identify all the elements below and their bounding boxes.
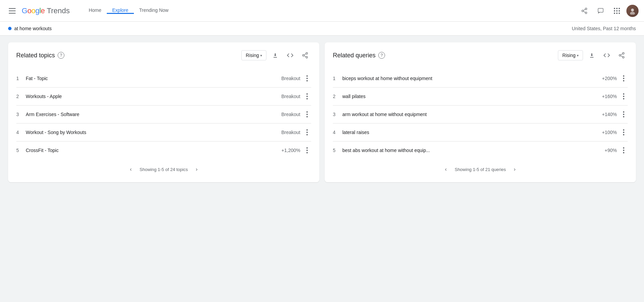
search-term: at home workouts	[14, 26, 52, 31]
header-right	[578, 4, 639, 18]
header: Google Trends Home Explore Trending Now	[0, 0, 644, 22]
avatar-icon	[629, 7, 636, 15]
nav-trending[interactable]: Trending Now	[134, 7, 174, 14]
search-dot	[8, 27, 12, 30]
topics-dropdown-label: Rising	[246, 53, 259, 58]
svg-line-21	[621, 54, 623, 55]
queries-table: 1 biceps workout at home without equipme…	[333, 70, 628, 159]
table-row: 5 CrossFit - Topic +1,200%	[16, 141, 311, 159]
table-row: 1 Fat - Topic Breakout	[16, 70, 311, 88]
table-row: 5 best abs workout at home without equip…	[333, 141, 628, 159]
queries-share-button[interactable]	[616, 49, 628, 61]
main-content: Related topics ? Rising ▾	[0, 36, 644, 189]
queries-next-button[interactable]: ›	[510, 165, 520, 174]
hamburger-icon	[6, 5, 18, 16]
svg-point-8	[631, 8, 634, 12]
topics-title-text: Related topics	[16, 52, 55, 59]
download-icon	[588, 52, 595, 59]
avatar[interactable]	[626, 5, 639, 17]
svg-line-14	[304, 56, 306, 57]
grid-icon	[614, 8, 620, 14]
svg-rect-5	[598, 8, 603, 12]
related-topics-card: Related topics ? Rising ▾	[8, 42, 319, 182]
queries-card-title: Related queries ?	[333, 52, 558, 59]
chevron-down-icon: ▾	[577, 54, 579, 57]
nav-home[interactable]: Home	[83, 7, 107, 14]
topics-dropdown[interactable]: Rising ▾	[241, 50, 266, 60]
table-row: 2 Workouts - Apple Breakout	[16, 88, 311, 106]
queries-title-text: Related queries	[333, 52, 376, 59]
queries-card-header: Related queries ? Rising ▾	[333, 49, 628, 61]
table-row: 2 wall pilates +160%	[333, 88, 628, 106]
more-menu-icon[interactable]	[303, 92, 311, 100]
svg-point-0	[585, 8, 587, 10]
code-icon	[603, 52, 610, 59]
topics-pagination-label: Showing 1-5 of 24 topics	[140, 167, 188, 172]
topics-download-button[interactable]	[269, 49, 281, 61]
svg-point-2	[585, 12, 587, 14]
svg-point-17	[623, 53, 624, 54]
more-menu-icon[interactable]	[620, 110, 628, 118]
svg-line-15	[304, 54, 306, 55]
menu-button[interactable]	[5, 4, 19, 18]
queries-embed-button[interactable]	[601, 49, 613, 61]
svg-point-19	[623, 56, 624, 58]
feedback-button[interactable]	[594, 4, 607, 18]
queries-help-icon[interactable]: ?	[378, 52, 385, 59]
queries-dropdown[interactable]: Rising ▾	[558, 50, 583, 60]
code-icon	[287, 52, 294, 59]
google-trends-logo[interactable]: Google Trends	[22, 6, 70, 15]
feedback-icon	[597, 7, 604, 14]
logo-trends-text: Trends	[47, 6, 70, 15]
share-icon	[581, 7, 588, 14]
svg-point-11	[306, 53, 308, 54]
header-left: Google Trends Home Explore Trending Now	[5, 4, 174, 18]
table-row: 4 lateral raises +100%	[333, 124, 628, 141]
more-menu-icon[interactable]	[620, 146, 628, 154]
share-icon-topics	[302, 52, 308, 59]
topics-help-icon[interactable]: ?	[58, 52, 64, 59]
more-menu-icon[interactable]	[303, 146, 311, 154]
more-menu-icon[interactable]	[303, 128, 311, 136]
topics-table: 1 Fat - Topic Breakout 2 Workouts - Appl…	[16, 70, 311, 159]
topics-prev-button[interactable]: ‹	[126, 165, 136, 174]
more-menu-icon[interactable]	[620, 92, 628, 100]
queries-prev-button[interactable]: ‹	[441, 165, 450, 174]
topics-pagination: ‹ Showing 1-5 of 24 topics ›	[16, 159, 311, 175]
topics-card-header: Related topics ? Rising ▾	[16, 49, 311, 61]
more-menu-icon[interactable]	[303, 74, 311, 82]
topics-next-button[interactable]: ›	[192, 165, 201, 174]
topics-controls: Rising ▾	[241, 49, 311, 61]
search-bar: at home workouts United States, Past 12 …	[0, 22, 644, 36]
svg-point-13	[306, 56, 308, 58]
queries-download-button[interactable]	[586, 49, 598, 61]
topics-share-button[interactable]	[299, 49, 311, 61]
search-location: United States, Past 12 months	[572, 26, 636, 31]
svg-point-1	[582, 10, 584, 12]
queries-dropdown-label: Rising	[562, 53, 576, 58]
svg-point-12	[303, 55, 304, 56]
table-row: 4 Workout - Song by Workouts Breakout	[16, 124, 311, 141]
queries-pagination-label: Showing 1-5 of 21 queries	[455, 167, 506, 172]
svg-point-9	[630, 12, 635, 15]
chevron-down-icon: ▾	[260, 54, 262, 57]
topics-card-title: Related topics ?	[16, 52, 241, 59]
logo-google-text: Google	[22, 6, 45, 15]
share-button[interactable]	[578, 4, 591, 18]
download-icon	[272, 52, 279, 59]
more-menu-icon[interactable]	[303, 110, 311, 118]
topics-embed-button[interactable]	[284, 49, 296, 61]
more-menu-icon[interactable]	[620, 74, 628, 82]
related-queries-card: Related queries ? Rising ▾	[325, 42, 636, 182]
main-nav: Home Explore Trending Now	[83, 7, 174, 14]
table-row: 3 arm workout at home without equipment …	[333, 106, 628, 124]
share-icon-queries	[618, 52, 625, 59]
table-row: 1 biceps workout at home without equipme…	[333, 70, 628, 88]
svg-line-20	[621, 56, 623, 57]
more-menu-icon[interactable]	[620, 128, 628, 136]
nav-explore[interactable]: Explore	[107, 7, 134, 14]
apps-button[interactable]	[610, 4, 624, 18]
svg-line-4	[583, 9, 585, 10]
table-row: 3 Arm Exercises - Software Breakout	[16, 106, 311, 124]
svg-line-3	[583, 11, 585, 12]
